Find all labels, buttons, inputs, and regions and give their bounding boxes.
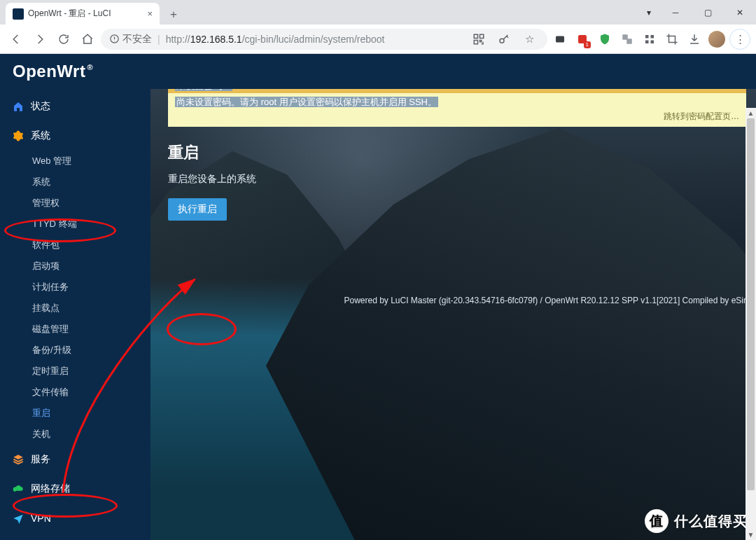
tab-overflow-icon[interactable] xyxy=(638,0,659,25)
sidebar-item-label: 状态 xyxy=(31,100,50,113)
insecure-site-icon[interactable]: 不安全 xyxy=(109,33,152,46)
bookmark-star-icon[interactable]: ☆ xyxy=(519,29,539,50)
url-text: http://192.168.5.1/cgi-bin/luci/admin/sy… xyxy=(166,34,463,45)
insecure-label: 不安全 xyxy=(122,33,152,46)
svg-rect-9 xyxy=(645,35,649,39)
sidebar-subitem[interactable]: 挂载点 xyxy=(0,298,150,319)
svg-rect-10 xyxy=(651,35,654,39)
downloads-icon[interactable] xyxy=(685,29,704,50)
extension-icon-grid[interactable] xyxy=(640,29,659,50)
window-maximize-button[interactable] xyxy=(692,0,724,25)
sidebar-item-network[interactable]: 网络 xyxy=(0,533,150,540)
favicon xyxy=(13,8,24,20)
sidebar-item-system[interactable]: 系统 xyxy=(0,121,150,151)
sidebar-subitem[interactable]: 计划任务 xyxy=(0,277,150,298)
profile-avatar[interactable] xyxy=(707,29,727,50)
extension-icon-1[interactable] xyxy=(550,29,570,50)
page-subtitle: 重启您设备上的系统 xyxy=(168,173,746,186)
sidebar-item-label: VPN xyxy=(31,513,51,524)
sidebar-subitem[interactable]: 重启 xyxy=(0,403,150,424)
main-content: 未设置密码！ 尚未设置密码。请为 root 用户设置密码以保护主机并启用 SSH… xyxy=(168,89,746,221)
sidebar-item-vpn[interactable]: VPN xyxy=(0,504,150,533)
svg-rect-1 xyxy=(474,34,477,38)
sidebar-subitem[interactable]: TTYD 终端 xyxy=(0,214,150,235)
watermark-badge: 值 xyxy=(645,509,668,533)
goto-password-link[interactable]: 跳转到密码配置页… xyxy=(664,111,739,123)
tab-title: OpenWrt - 重启 - LuCI xyxy=(28,8,143,20)
svg-rect-6 xyxy=(578,35,587,43)
extension-icon-2[interactable] xyxy=(573,29,592,50)
svg-rect-5 xyxy=(556,36,564,42)
chrome-menu-icon[interactable]: ⋮ xyxy=(729,29,750,50)
sidebar-subitem[interactable]: 系统 xyxy=(0,172,150,193)
extension-icon-translate[interactable] xyxy=(617,29,637,50)
sidebar-subitem[interactable]: 管理权 xyxy=(0,193,150,214)
scrollbar[interactable]: ▲ ▼ xyxy=(746,108,756,540)
window-minimize-button[interactable] xyxy=(659,0,692,25)
window-close-button[interactable] xyxy=(724,0,756,25)
sidebar-subitem[interactable]: Web 管理 xyxy=(0,151,150,172)
luci-header: OpenWrt® xyxy=(0,54,756,89)
sidebar-subitem[interactable]: 备份/升级 xyxy=(0,340,150,361)
sidebar: 状态 系统 Web 管理系统管理权TTYD 终端软件包启动项计划任务挂载点磁盘管… xyxy=(0,89,150,540)
browser-tab[interactable]: OpenWrt - 重启 - LuCI × xyxy=(6,3,160,25)
sidebar-item-nas[interactable]: 网络存储 xyxy=(0,474,150,504)
perform-reboot-button[interactable]: 执行重启 xyxy=(168,198,227,221)
extension-icon-shield[interactable] xyxy=(595,29,615,50)
sidebar-item-status[interactable]: 状态 xyxy=(0,92,150,121)
sidebar-subitem[interactable]: 关机 xyxy=(0,424,150,445)
sidebar-subitem[interactable]: 磁盘管理 xyxy=(0,319,150,340)
svg-rect-12 xyxy=(651,40,654,43)
sidebar-subitem[interactable]: 定时重启 xyxy=(0,361,150,382)
key-icon[interactable] xyxy=(494,29,514,50)
footer: Powered by LuCI Master (git-20.343.54716… xyxy=(168,296,746,305)
svg-rect-8 xyxy=(626,39,632,44)
sidebar-item-services[interactable]: 服务 xyxy=(0,445,150,474)
sidebar-subitem[interactable]: 启动项 xyxy=(0,256,150,277)
home-button[interactable] xyxy=(77,29,98,50)
svg-rect-2 xyxy=(480,34,484,38)
qr-icon[interactable] xyxy=(469,29,489,50)
watermark-text: 什么值得买 xyxy=(674,512,748,531)
svg-point-4 xyxy=(500,39,504,43)
browser-tabstrip: OpenWrt - 重启 - LuCI × + xyxy=(0,0,756,25)
back-button[interactable] xyxy=(6,29,27,50)
sidebar-item-label: 系统 xyxy=(31,130,50,142)
svg-rect-11 xyxy=(645,40,649,43)
new-tab-button[interactable]: + xyxy=(164,5,183,25)
close-tab-icon[interactable]: × xyxy=(147,8,153,19)
reload-button[interactable] xyxy=(53,29,74,50)
page-title: 重启 xyxy=(168,142,746,163)
sidebar-subitem[interactable]: 文件传输 xyxy=(0,382,150,403)
sidebar-item-label: 网络存储 xyxy=(31,483,70,495)
sidebar-item-label: 服务 xyxy=(31,453,50,466)
extension-icon-crop[interactable] xyxy=(662,29,682,50)
window-controls xyxy=(638,0,756,25)
browser-toolbar: 不安全 | http://192.168.5.1/cgi-bin/luci/ad… xyxy=(0,25,756,54)
scrollbar-up-icon[interactable]: ▲ xyxy=(746,108,756,118)
watermark: 值 什么值得买 xyxy=(645,509,748,533)
sidebar-subitem[interactable]: 软件包 xyxy=(0,235,150,256)
forward-button[interactable] xyxy=(29,29,50,50)
scrollbar-thumb[interactable] xyxy=(747,118,755,490)
openwrt-logo[interactable]: OpenWrt® xyxy=(13,62,92,81)
scrollbar-down-icon[interactable]: ▼ xyxy=(746,529,756,540)
address-bar[interactable]: 不安全 | http://192.168.5.1/cgi-bin/luci/ad… xyxy=(101,29,547,50)
svg-rect-3 xyxy=(474,40,477,43)
